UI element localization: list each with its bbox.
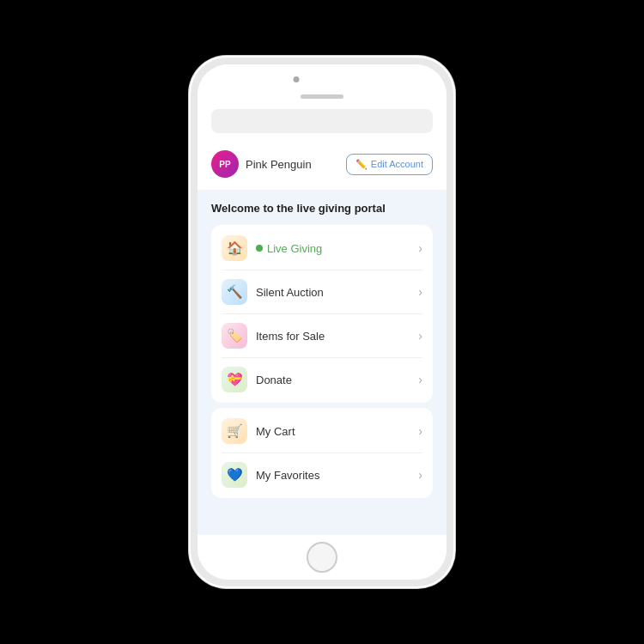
items-for-sale-icon: 🏷️ [227, 328, 243, 343]
user-info: PP Pink Penguin [211, 150, 312, 178]
edit-account-button[interactable]: ✏️ Edit Account [346, 154, 433, 175]
menu-section-1: 🏠 Live Giving › [211, 225, 433, 403]
live-giving-chevron: › [418, 241, 422, 255]
phone-device: PP Pink Penguin ✏️ Edit Account Welcome … [189, 56, 455, 588]
silent-auction-label: Silent Auction [256, 286, 324, 299]
pencil-icon: ✏️ [355, 159, 368, 170]
home-button[interactable] [307, 542, 337, 573]
menu-item-items-for-sale[interactable]: 🏷️ Items for Sale › [211, 314, 433, 357]
items-for-sale-chevron: › [418, 329, 422, 343]
user-header: PP Pink Penguin ✏️ Edit Account [197, 142, 447, 190]
avatar: PP [211, 150, 239, 178]
donate-chevron: › [418, 373, 422, 386]
phone-top-bar [197, 64, 447, 102]
menu-item-my-cart[interactable]: 🛒 My Cart › [211, 410, 433, 453]
cart-icon-wrap: 🛒 [222, 418, 247, 444]
items-for-sale-label: Items for Sale [256, 330, 325, 343]
live-giving-icon: 🏠 [227, 240, 243, 256]
phone-screen: PP Pink Penguin ✏️ Edit Account Welcome … [197, 102, 447, 535]
cart-icon: 🛒 [227, 423, 243, 439]
menu-item-my-favorites[interactable]: 💙 My Favorites › [211, 453, 433, 496]
my-cart-label: My Cart [256, 425, 295, 438]
live-dot [256, 245, 263, 252]
menu-item-silent-auction[interactable]: 🔨 Silent Auction › [211, 270, 433, 313]
menu-item-live-giving[interactable]: 🏠 Live Giving › [211, 227, 433, 270]
silent-auction-icon-wrap: 🔨 [222, 279, 247, 305]
menu-section-2: 🛒 My Cart › 💙 My Favorite [211, 408, 433, 498]
my-favorites-chevron: › [418, 468, 422, 482]
search-bar[interactable] [211, 109, 433, 133]
camera-dot [294, 76, 300, 82]
phone-bottom [197, 535, 447, 580]
donate-label: Donate [256, 374, 292, 386]
favorites-icon-wrap: 💙 [222, 462, 247, 488]
silent-auction-chevron: › [418, 285, 422, 299]
silent-auction-icon: 🔨 [227, 284, 243, 300]
live-giving-label: Live Giving [267, 242, 322, 255]
search-bar-area [197, 102, 447, 142]
edit-account-label: Edit Account [371, 159, 423, 169]
donate-icon: 💝 [227, 372, 243, 387]
live-giving-icon-wrap: 🏠 [222, 235, 247, 261]
menu-item-donate[interactable]: 💝 Donate › [211, 358, 433, 401]
speaker [301, 94, 343, 99]
my-favorites-label: My Favorites [256, 469, 319, 482]
user-name: Pink Penguin [246, 158, 312, 171]
donate-icon-wrap: 💝 [222, 367, 247, 392]
my-cart-chevron: › [418, 424, 422, 438]
favorites-icon: 💙 [227, 467, 243, 483]
live-indicator: Live Giving [256, 242, 322, 255]
welcome-text: Welcome to the live giving portal [211, 202, 433, 215]
items-for-sale-icon-wrap: 🏷️ [222, 323, 247, 349]
main-content: Welcome to the live giving portal 🏠 Live… [197, 190, 447, 535]
